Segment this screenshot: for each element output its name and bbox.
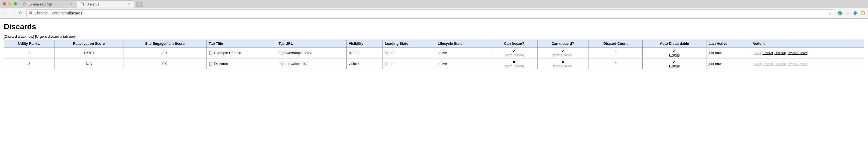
col-site-engagement[interactable]: Site Engagement Score [123, 40, 207, 48]
cell-visibility: hidden [346, 48, 382, 58]
col-auto-discardable[interactable]: Auto Discardable [643, 40, 706, 48]
address-url: chrome://discards [52, 11, 82, 15]
col-utility-rank[interactable]: Utility Rank▲ [4, 40, 55, 48]
cell-visibility: visible [346, 58, 382, 69]
action-urgent-discard[interactable]: [Urgent Discard] [787, 51, 808, 55]
cell-can-discard: ✘[View Reason] [537, 58, 588, 69]
action-discard[interactable]: [Discard] [774, 51, 786, 55]
svg-rect-4 [863, 11, 863, 12]
action-discard[interactable]: [Discard] [774, 62, 786, 66]
address-bar[interactable]: Chrome | chrome://discards ☆ [26, 9, 834, 17]
window-zoom-button[interactable] [13, 2, 17, 5]
table-row: 2N/A0.0Discardschrome://discards/visible… [4, 58, 864, 69]
cell-utility-rank: 1 [4, 48, 55, 58]
page-icon [81, 2, 84, 6]
cell-can-freeze: ✘[View Reason] [491, 58, 537, 69]
col-can-freeze[interactable]: Can freeze? [491, 40, 537, 48]
back-button[interactable]: ← [3, 10, 8, 16]
cell-auto-discardable: ✔[Toggle] [643, 48, 706, 58]
col-tab-url[interactable]: Tab URL [276, 40, 346, 48]
browser-tab[interactable]: Example Domain× [19, 1, 76, 8]
check-icon: ✔ [513, 49, 516, 53]
cell-site-engagement: 8.1 [123, 48, 207, 58]
chrome-icon [29, 11, 33, 16]
view-reason-link[interactable]: [View Reason] [540, 64, 586, 68]
check-icon: ✘ [513, 60, 516, 64]
cell-can-freeze: ✔[View Reason] [491, 48, 537, 58]
col-reactivation-score[interactable]: Reactivation Score [55, 40, 123, 48]
bookmark-star-icon[interactable]: ☆ [828, 11, 832, 16]
cell-reactivation-score: 1.5781 [55, 48, 123, 58]
check-icon: ✔ [673, 49, 676, 53]
new-tab-button[interactable] [136, 2, 143, 6]
cell-last-active: just now [706, 48, 750, 58]
browser-tab[interactable]: Discards× [77, 1, 134, 8]
window-minimize-button[interactable] [8, 2, 11, 5]
cell-site-engagement: 0.0 [123, 58, 207, 69]
check-icon: ✘ [561, 60, 564, 64]
tab-title: Discards [86, 2, 125, 6]
tab-title: Example Domain [29, 2, 67, 6]
cell-can-discard: ✔[View Reason] [537, 48, 588, 58]
discard-tab-now-link[interactable]: [Discard a tab now] [4, 34, 34, 38]
action-load[interactable]: [Load] [752, 62, 761, 66]
traffic-lights [3, 2, 17, 5]
cell-loading-state: loaded [382, 58, 435, 69]
close-icon[interactable]: × [127, 3, 130, 6]
cell-tab-title: Example Domain [207, 48, 276, 58]
cell-discard-count: 0 [588, 58, 643, 69]
col-can-discard[interactable]: Can discard? [537, 40, 588, 48]
page-icon [209, 62, 213, 66]
extension-icons: ••• [837, 11, 865, 16]
toolbar: ← → ⟳ Chrome | chrome://discards ☆ ••• [0, 8, 868, 19]
address-separator: | [50, 11, 51, 15]
toggle-link[interactable]: [Toggle] [645, 64, 704, 68]
col-loading-state[interactable]: Loading State [382, 40, 435, 48]
page-icon [209, 51, 213, 55]
extension-icon-2[interactable]: ••• [845, 11, 850, 16]
extension-icon-4[interactable] [860, 11, 865, 16]
address-prefix: Chrome [34, 11, 48, 15]
svg-point-1 [30, 12, 32, 14]
extension-icon-3[interactable] [853, 11, 858, 16]
page-content: Discards [Discard a tab now] [Urgent dis… [0, 19, 868, 73]
action-freeze[interactable]: [Freeze] [762, 51, 773, 55]
col-discard-count[interactable]: Discard Count [588, 40, 643, 48]
forward-button[interactable]: → [11, 10, 16, 16]
urgent-discard-tab-now-link[interactable]: [Urgent discard a tab now] [35, 34, 76, 38]
toggle-link[interactable]: [Toggle] [645, 53, 704, 56]
cell-tab-url: chrome://discards/ [276, 58, 346, 69]
action-load[interactable]: [Load] [752, 51, 761, 55]
col-last-active[interactable]: Last Active [706, 40, 750, 48]
action-freeze[interactable]: [Freeze] [762, 62, 773, 66]
col-actions[interactable]: Actions [750, 40, 864, 48]
cell-lifecycle-state: active [435, 48, 491, 58]
extension-icon-1[interactable] [837, 11, 842, 16]
close-icon[interactable]: × [69, 3, 73, 6]
col-lifecycle-state[interactable]: Lifecycle State [435, 40, 491, 48]
reload-button[interactable]: ⟳ [19, 10, 23, 16]
view-reason-link[interactable]: [View Reason] [540, 53, 586, 56]
view-reason-link[interactable]: [View Reason] [493, 64, 535, 68]
page-icon [23, 2, 26, 6]
cell-tab-url: https://example.com/ [276, 48, 346, 58]
browser-chrome: Example Domain×Discards× ← → ⟳ Chrome | … [0, 0, 868, 19]
cell-loading-state: loaded [382, 48, 435, 58]
check-icon: ✔ [673, 60, 676, 64]
cell-actions: [Load] [Freeze] [Discard] [Urgent Discar… [750, 58, 864, 69]
table-header-row: Utility Rank▲ Reactivation Score Site En… [4, 40, 864, 48]
col-visibility[interactable]: Visibility [346, 40, 382, 48]
col-tab-title[interactable]: Tab Title [207, 40, 276, 48]
cell-actions: [Load] [Freeze] [Discard] [Urgent Discar… [750, 48, 864, 58]
cell-utility-rank: 2 [4, 58, 55, 69]
view-reason-link[interactable]: [View Reason] [493, 53, 535, 56]
action-urgent-discard[interactable]: [Urgent Discard] [787, 62, 808, 66]
cell-last-active: just now [706, 58, 750, 69]
cell-tab-title: Discards [207, 58, 276, 69]
cell-reactivation-score: N/A [55, 58, 123, 69]
window-close-button[interactable] [3, 2, 6, 5]
sort-arrow-icon: ▲ [38, 42, 40, 45]
discards-table: Utility Rank▲ Reactivation Score Site En… [4, 40, 864, 69]
top-action-links: [Discard a tab now] [Urgent discard a ta… [4, 34, 864, 38]
cell-lifecycle-state: active [435, 58, 491, 69]
